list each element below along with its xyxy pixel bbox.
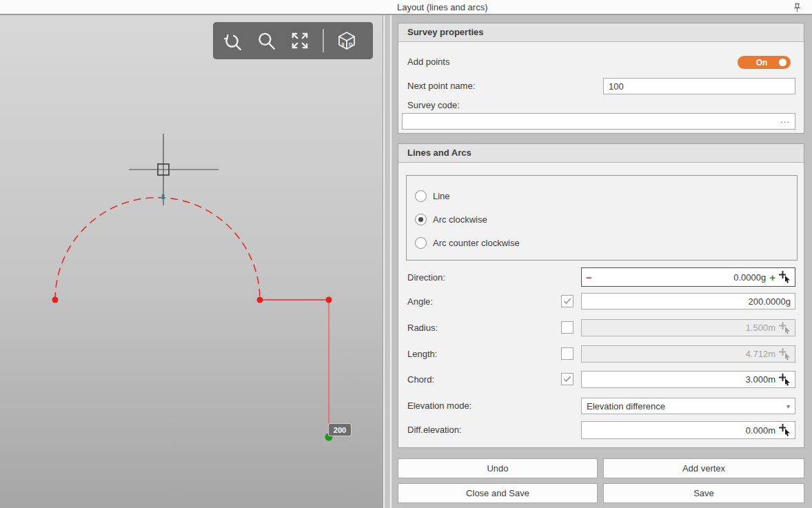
survey-code-browse-button[interactable]: ... (780, 114, 790, 125)
length-value: 4.712m (586, 349, 775, 359)
length-checkbox[interactable] (561, 347, 574, 360)
radio-label: Line (433, 191, 450, 201)
elevation-mode-label: Elevation mode: (407, 400, 471, 411)
length-input: 4.712m (581, 345, 795, 363)
crosshair-cursor (129, 134, 219, 205)
next-point-name-label: Next point name: (407, 81, 475, 91)
drawing-canvas[interactable]: 3 D 200 (0, 15, 383, 508)
radius-label: Radius: (407, 323, 438, 333)
elevation-mode-value: Elevation difference (587, 401, 786, 412)
pin-icon[interactable] (791, 2, 802, 14)
toolbar-separator (323, 29, 324, 52)
check-icon (564, 376, 570, 381)
survey-code-label: Survey code: (407, 100, 460, 110)
survey-properties-header: Survey properties (398, 23, 804, 42)
radius-pick-icon (779, 322, 791, 334)
chord-checkbox[interactable] (561, 373, 574, 385)
add-vertex-button[interactable]: Add vertex (603, 458, 804, 478)
panel-title: Layout (lines and arcs) (397, 2, 488, 12)
save-button[interactable]: Save (603, 483, 804, 503)
toggle-on-label: On (738, 58, 779, 68)
length-pick-icon (779, 348, 791, 360)
direction-increase-button[interactable]: + (769, 272, 775, 283)
radio-line[interactable]: Line (415, 190, 450, 202)
length-label: Length: (407, 349, 437, 359)
svg-text:D: D (349, 41, 353, 48)
chord-value: 3.000m (586, 374, 775, 385)
survey-properties-section: Survey properties Add points On Next poi… (398, 23, 804, 134)
elevation-mode-dropdown[interactable]: Elevation difference ▾ (581, 398, 795, 414)
diff-elevation-input[interactable]: 0.000m (581, 421, 795, 439)
direction-pick-icon[interactable] (779, 271, 791, 283)
point-label-badge: 200 (329, 424, 351, 436)
diff-elevation-pick-icon[interactable] (779, 424, 791, 436)
undo-button[interactable]: Undo (398, 458, 598, 478)
diff-elevation-label: Diff.elevation: (407, 425, 462, 435)
add-points-toggle[interactable]: On (738, 56, 791, 69)
chord-label: Chord: (407, 374, 434, 385)
vertex-point (257, 297, 263, 303)
survey-code-input[interactable] (402, 113, 795, 130)
segment-type-group: Line Arc clockwise Arc counter clockwise (406, 175, 798, 261)
radio-label: Arc counter clockwise (433, 238, 520, 248)
angle-value: 200.0000g (586, 296, 791, 307)
angle-checkbox[interactable] (561, 295, 574, 307)
toggle-knob (779, 59, 786, 66)
svg-text:3: 3 (341, 41, 345, 48)
app-window: Layout (lines and arcs) (0, 0, 812, 508)
next-point-name-input[interactable] (603, 78, 795, 94)
layout-panel: Survey properties Add points On Next poi… (392, 15, 812, 508)
zoom-fit-icon[interactable] (289, 30, 311, 52)
chord-input[interactable]: 3.000m (581, 371, 795, 388)
radio-arc-clockwise[interactable]: Arc clockwise (415, 214, 487, 225)
vertex-point (326, 297, 332, 303)
direction-decrease-button[interactable]: − (586, 272, 592, 283)
direction-input[interactable]: − 0.0000g + (581, 267, 795, 287)
radio-circle (415, 190, 427, 202)
radius-checkbox[interactable] (561, 321, 574, 334)
chevron-down-icon: ▾ (786, 403, 790, 410)
diff-elevation-value: 0.000m (586, 425, 775, 436)
close-and-save-button[interactable]: Close and Save (398, 483, 598, 503)
direction-value: 0.0000g (596, 272, 766, 283)
zoom-icon[interactable] (255, 30, 277, 52)
arc-preview (55, 198, 260, 300)
add-points-label: Add points (407, 57, 449, 67)
radio-arc-counter-clockwise[interactable]: Arc counter clockwise (415, 237, 520, 249)
lines-and-arcs-header: Lines and Arcs (398, 144, 804, 163)
view-toolbar: 3 D (213, 22, 373, 59)
sketch-geometry (0, 15, 383, 508)
radio-circle (415, 237, 427, 249)
radius-value: 1.500m (586, 323, 775, 333)
zoom-previous-icon[interactable] (221, 30, 243, 52)
angle-label: Angle: (407, 296, 433, 307)
vertex-point (52, 297, 59, 303)
radio-circle-selected (415, 214, 427, 225)
lines-and-arcs-section: Lines and Arcs Line Arc clockwise Arc co… (398, 143, 804, 448)
angle-input[interactable]: 200.0000g (581, 293, 795, 309)
view-3d-icon[interactable]: 3 D (336, 30, 358, 52)
direction-label: Direction: (407, 272, 445, 283)
radio-label: Arc clockwise (433, 214, 487, 225)
panel-title-bar: Layout (lines and arcs) (0, 0, 812, 15)
panel-splitter[interactable] (383, 15, 392, 508)
chord-pick-icon[interactable] (779, 374, 791, 386)
check-icon (564, 298, 570, 303)
radius-input: 1.500m (581, 319, 795, 336)
